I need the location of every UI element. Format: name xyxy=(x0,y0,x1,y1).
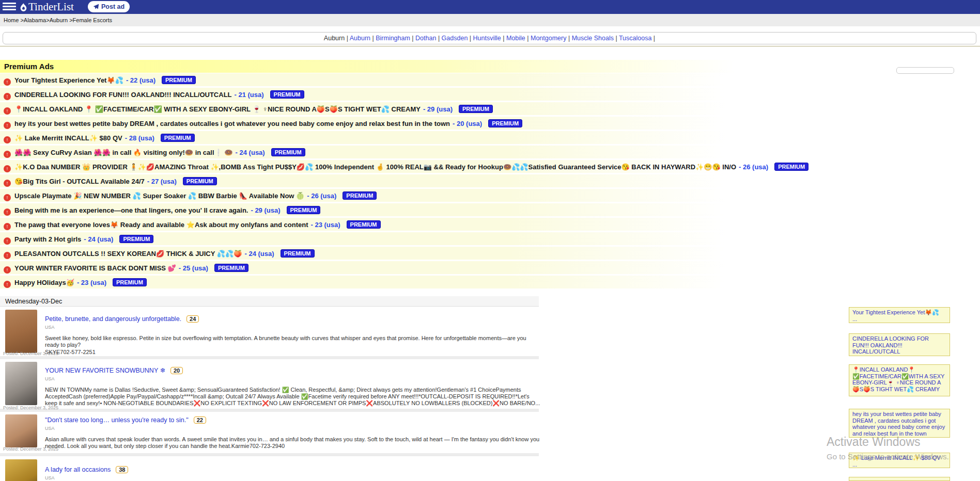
premium-ad-age: - 24 (usa) xyxy=(236,149,265,156)
premium-ad-row: ↑YOUR WINTER FAVORITE IS BACK DONT MISS … xyxy=(0,261,980,274)
empty-ad-placeholder-box xyxy=(896,67,954,74)
bump-up-icon: ↑ xyxy=(4,107,11,115)
city-link[interactable]: Tuscaloosa xyxy=(619,35,651,42)
city-link[interactable]: Auburn xyxy=(350,35,370,42)
premium-ad-title[interactable]: The pawg that everyone loves🦊 Ready and … xyxy=(14,221,308,229)
city-link[interactable]: Muscle Shoals xyxy=(572,35,614,42)
listing-thumbnail[interactable] xyxy=(5,310,37,353)
menu-icon[interactable] xyxy=(3,3,16,12)
post-ad-button[interactable]: Post ad xyxy=(88,1,130,12)
listing-thumbnail[interactable] xyxy=(5,414,37,447)
city-separator: | xyxy=(525,35,531,42)
premium-ad-title[interactable]: Your Tightest Experience Yet🦊💦 xyxy=(14,76,123,84)
city-link-current[interactable]: Auburn xyxy=(324,35,345,42)
listing-description: Asian allure with curves that speak loud… xyxy=(45,436,541,450)
sidebar-premium-ad-box[interactable]: CINDERELLA LOOKING FOR FUN!!! OAKLAND!!!… xyxy=(849,333,950,356)
premium-ad-title[interactable]: Party with 2 Hot girls xyxy=(14,235,81,243)
city-link[interactable]: Birmingham xyxy=(376,35,410,42)
top-navbar: TinderList Post ad xyxy=(0,0,980,14)
premium-ad-age: - 22 (usa) xyxy=(126,76,155,84)
city-link[interactable]: Huntsville xyxy=(473,35,501,42)
premium-ad-row: ↑hey its your best wettes petite baby DR… xyxy=(0,117,980,130)
city-link[interactable]: Dothan xyxy=(415,35,436,42)
bump-up-icon: ↑ xyxy=(4,281,11,288)
city-separator: | xyxy=(501,35,506,42)
sidebar-premium-ad-box[interactable]: 📍INCALL OAKLAND📍 ✅FACETIME/CAR✅WITH A SE… xyxy=(849,364,950,396)
listing-country: USA xyxy=(45,325,541,330)
premium-ad-age: - 26 (usa) xyxy=(739,163,768,171)
premium-ad-row: ↑CINDERELLA LOOKING FOR FUN!!! OAKLAND!!… xyxy=(0,88,980,101)
premium-ad-age: - 28 (usa) xyxy=(125,134,154,142)
city-separator: | xyxy=(345,35,350,42)
listing-separator xyxy=(0,409,539,412)
premium-ad-title[interactable]: Being with me is an experience—one that … xyxy=(14,206,248,214)
listing-title-link[interactable]: A lady for all occasions xyxy=(45,466,111,473)
city-link[interactable]: Montgomery xyxy=(531,35,566,42)
city-separator: | xyxy=(370,35,376,42)
city-nav: Auburn | Auburn | Birmingham | Dothan | … xyxy=(3,32,976,44)
listing-description: NEW IN TOWNMy name is Dallas !Seductive,… xyxy=(45,387,541,407)
premium-ads-header: Premium Ads xyxy=(0,60,980,73)
listing-row: A lady for all occasions38USA xyxy=(0,457,539,481)
bump-up-icon: ↑ xyxy=(4,78,11,86)
listing-age-badge: 24 xyxy=(186,315,199,323)
sidebar-ad-ellipsis: ... xyxy=(852,461,946,468)
premium-ad-title[interactable]: YOUR WINTER FAVORITE IS BACK DONT MISS 💕 xyxy=(14,264,176,272)
premium-ad-age: - 24 (usa) xyxy=(84,235,113,243)
bump-up-icon: ↑ xyxy=(4,136,11,143)
city-separator: | xyxy=(468,35,473,42)
premium-ad-row: ↑Happy HOlidays🥳- 23 (usa)PREMIUM xyxy=(0,276,980,288)
sidebar-premium-ad-box[interactable]: hey its your best wettes petite baby DRE… xyxy=(849,409,950,438)
premium-ad-age: - 21 (usa) xyxy=(235,91,264,99)
city-separator: | xyxy=(436,35,441,42)
city-link[interactable]: Mobile xyxy=(506,35,525,42)
bump-up-icon: ↑ xyxy=(4,266,11,274)
premium-ad-title[interactable]: hey its your best wettes petite baby DRE… xyxy=(14,120,450,127)
premium-ad-title[interactable]: 😘Big Tits Girl - OUTCALL Available 24/7 xyxy=(14,178,145,185)
premium-badge: PREMIUM xyxy=(119,235,153,243)
premium-ad-title[interactable]: 🌺🌺 Sexy CuRvy Asian 🌺🌺 in call 🔥 visitin… xyxy=(14,149,233,156)
sidebar-ad-text: Your Tightest Experience Yet🦊💦 xyxy=(852,309,939,315)
premium-ad-title[interactable]: 📍INCALL OAKLAND 📍 ✅FACETIME/CAR✅ WITH A … xyxy=(14,105,421,113)
sidebar-ad-text: 📍INCALL OAKLAND📍 ✅FACETIME/CAR✅WITH A SE… xyxy=(852,366,944,392)
bump-up-icon: ↑ xyxy=(4,194,11,201)
bump-up-icon: ↑ xyxy=(4,252,11,259)
sidebar-ad-text: hey its your best wettes petite baby DRE… xyxy=(852,411,945,437)
premium-ad-age: - 20 (usa) xyxy=(453,120,482,127)
brand-logo[interactable]: TinderList xyxy=(20,0,74,14)
premium-ad-title[interactable]: Upscale Playmate 🎉 NEW NUMBER 💦 Super So… xyxy=(14,192,304,200)
sidebar-premium-ad-box[interactable]: ✨ Lake Merritt INCALL✨ $80 QV... xyxy=(849,453,950,468)
premium-badge: PREMIUM xyxy=(488,119,522,127)
bump-up-icon: ↑ xyxy=(4,151,11,158)
premium-ad-age: - 23 (usa) xyxy=(77,279,106,286)
listing-title-link[interactable]: "Don't stare too long… unless you're rea… xyxy=(45,416,189,424)
premium-ad-row: ↑Party with 2 Hot girls- 24 (usa)PREMIUM xyxy=(0,232,980,245)
breadcrumb[interactable]: Home >Alabama>Auburn >Female Escorts xyxy=(4,17,112,23)
premium-ad-age: - 27 (usa) xyxy=(147,178,177,185)
premium-ad-title[interactable]: CINDERELLA LOOKING FOR FUN!!! OAKLAND!!!… xyxy=(14,91,232,99)
listing-thumbnail[interactable] xyxy=(5,459,37,481)
listing-title-link[interactable]: Petite, brunette, and dangerously unforg… xyxy=(45,315,181,323)
city-nav-links: Auburn | Auburn | Birmingham | Dothan | … xyxy=(324,35,655,42)
premium-ad-title[interactable]: ✨ Lake Merritt INCALL✨ $80 QV xyxy=(14,134,122,142)
listing-country: USA xyxy=(45,376,541,381)
sidebar-premium-ad-box[interactable]: Your Tightest Experience Yet🦊💦... xyxy=(849,307,950,323)
premium-badge: PREMIUM xyxy=(162,76,196,84)
premium-badge: PREMIUM xyxy=(774,163,808,171)
sidebar-ad-ellipsis: ... xyxy=(852,316,946,323)
premium-badge: PREMIUM xyxy=(271,148,305,156)
premium-ad-age: - 25 (usa) xyxy=(179,264,208,272)
city-link[interactable]: Gadsden xyxy=(442,35,468,42)
listing-title-link[interactable]: YOUR NEW FAVORITE SNOWBUNNY ❄ xyxy=(45,367,165,374)
listing-thumbnail[interactable] xyxy=(5,362,37,405)
premium-ad-title[interactable]: ✨K.O Daa NUMBER 👑 PROVIDER 🧍✨💋AMAZING Th… xyxy=(14,163,736,171)
listing-description: Sweet like honey, bold like espresso. Pe… xyxy=(45,335,541,356)
premium-badge: PREMIUM xyxy=(161,134,195,142)
breadcrumb-bar: Home >Alabama>Auburn >Female Escorts xyxy=(0,14,980,26)
divider-line xyxy=(0,46,980,46)
listing-row: Posted: December 3, 2025YOUR NEW FAVORIT… xyxy=(0,360,539,409)
sidebar-premium-ad-box[interactable] xyxy=(849,477,950,481)
premium-ad-title[interactable]: Happy HOlidays🥳 xyxy=(14,279,74,286)
listing-separator xyxy=(0,356,539,359)
premium-ad-title[interactable]: PLEASANTON OUTCALLS !! SEXY KOREAN💋 THIC… xyxy=(14,250,242,258)
